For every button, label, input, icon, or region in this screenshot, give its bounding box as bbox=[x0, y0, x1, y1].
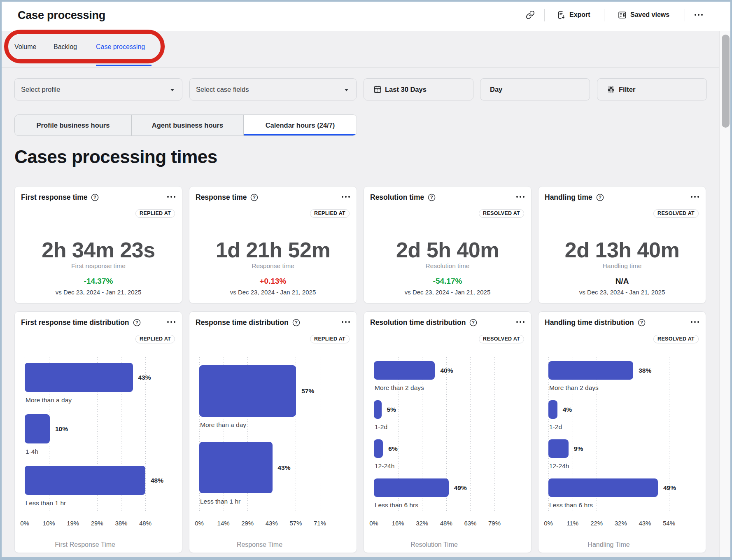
bar-value-label: 10% bbox=[55, 425, 68, 433]
x-axis-tick: 63% bbox=[464, 520, 476, 527]
svg-text:?: ? bbox=[135, 320, 138, 325]
scrollbar-track[interactable] bbox=[719, 31, 730, 557]
x-axis-tick: 79% bbox=[488, 520, 501, 527]
help-icon[interactable]: ? bbox=[250, 193, 259, 202]
x-axis-tick: 29% bbox=[91, 520, 103, 527]
filter-sliders-icon bbox=[606, 85, 615, 94]
card-menu-button[interactable] bbox=[342, 196, 350, 198]
help-icon[interactable]: ? bbox=[427, 193, 436, 202]
header-separator bbox=[544, 9, 545, 21]
bar[interactable] bbox=[374, 361, 435, 380]
kpi-comparison-period: vs Dec 23, 2024 - Jan 21, 2025 bbox=[364, 289, 531, 296]
bar[interactable] bbox=[548, 478, 658, 497]
svg-text:?: ? bbox=[640, 320, 643, 325]
business-hours-toggle: Profile business hours Agent business ho… bbox=[14, 114, 357, 136]
ellipsis-icon bbox=[167, 321, 175, 323]
tab-bar-divider bbox=[2, 67, 719, 68]
toggle-profile-business-hours[interactable]: Profile business hours bbox=[15, 115, 132, 135]
bar-category-label: 12-24h bbox=[549, 462, 569, 470]
card-menu-button[interactable] bbox=[691, 321, 699, 323]
x-axis-tick: 32% bbox=[615, 520, 627, 527]
red-highlight-annotation bbox=[4, 30, 165, 63]
help-icon[interactable]: ? bbox=[91, 193, 99, 202]
card-menu-button[interactable] bbox=[167, 196, 175, 198]
bar[interactable] bbox=[199, 365, 296, 417]
ellipsis-icon bbox=[167, 196, 175, 198]
x-axis-tick: 22% bbox=[590, 520, 603, 527]
x-axis-tick: 0% bbox=[20, 520, 29, 527]
bar[interactable] bbox=[374, 478, 449, 497]
card-menu-button[interactable] bbox=[516, 321, 525, 323]
saved-views-button[interactable]: Saved views bbox=[618, 0, 669, 30]
card-title: Response time? bbox=[196, 193, 259, 202]
bar-value-label: 40% bbox=[440, 367, 453, 374]
bar-chart: 40%More than 2 days5%1-2d6%12-24h49%Less… bbox=[374, 357, 494, 512]
kpi-delta: N/A bbox=[539, 277, 706, 286]
copy-link-button[interactable] bbox=[526, 0, 535, 30]
bar[interactable] bbox=[374, 400, 382, 419]
toggle-calendar-hours[interactable]: Calendar hours (24/7) bbox=[244, 115, 357, 135]
card-menu-button[interactable] bbox=[516, 196, 525, 198]
kpi-label: First response time bbox=[15, 262, 182, 270]
ellipsis-icon bbox=[342, 196, 350, 198]
ellipsis-icon bbox=[691, 321, 699, 323]
bar[interactable] bbox=[374, 439, 383, 458]
saved-views-icon bbox=[618, 10, 627, 20]
ellipsis-icon bbox=[516, 321, 525, 323]
bar[interactable] bbox=[25, 363, 133, 392]
card-title: Handling time? bbox=[545, 193, 604, 202]
bar-category-label: Less than 6 hrs bbox=[375, 502, 418, 509]
bar-chart: 38%More than 2 days4%1-2d9%12-24h49%Less… bbox=[548, 357, 669, 512]
bar[interactable] bbox=[25, 414, 50, 443]
kpi-comparison-period: vs Dec 23, 2024 - Jan 21, 2025 bbox=[539, 289, 706, 296]
section-title: Cases processing times bbox=[14, 147, 217, 167]
bar[interactable] bbox=[548, 361, 633, 380]
filter-button[interactable]: Filter bbox=[597, 78, 707, 100]
x-axis-tick: 19% bbox=[67, 520, 79, 527]
export-button[interactable]: Export bbox=[557, 0, 590, 30]
frame-border bbox=[0, 0, 732, 2]
kpi-delta: -54.17% bbox=[364, 277, 531, 286]
card-title: Resolution time distribution? bbox=[370, 318, 478, 327]
card-title: Resolution time? bbox=[370, 193, 436, 202]
active-tab-underline bbox=[96, 65, 152, 66]
chart-card: Handling time distribution? RESOLVED AT … bbox=[538, 311, 706, 553]
gridline bbox=[470, 357, 471, 512]
card-menu-button[interactable] bbox=[691, 196, 699, 198]
help-icon[interactable]: ? bbox=[292, 318, 301, 327]
help-icon[interactable]: ? bbox=[637, 318, 646, 327]
help-icon[interactable]: ? bbox=[469, 318, 478, 327]
card-title: Response time distribution? bbox=[196, 318, 301, 327]
toggle-agent-business-hours[interactable]: Agent business hours bbox=[132, 115, 244, 135]
kpi-label: Response time bbox=[189, 262, 357, 270]
x-axis-title: First Response Time bbox=[25, 541, 145, 548]
attribute-badge: RESOLVED AT bbox=[479, 209, 524, 218]
case-fields-select[interactable]: Select case fields bbox=[189, 78, 357, 100]
scrollbar-thumb[interactable] bbox=[722, 35, 730, 128]
card-menu-button[interactable] bbox=[167, 321, 175, 323]
kpi-value: 2h 34m 23s bbox=[15, 238, 182, 262]
ellipsis-icon bbox=[695, 14, 703, 16]
bar-value-label: 49% bbox=[454, 484, 467, 492]
bar[interactable] bbox=[199, 442, 273, 493]
bar[interactable] bbox=[548, 439, 569, 458]
link-icon bbox=[526, 10, 535, 19]
date-range-picker[interactable]: Last 30 Days bbox=[364, 78, 473, 100]
bar[interactable] bbox=[25, 466, 145, 495]
x-axis-tick: 14% bbox=[217, 520, 230, 527]
interval-select[interactable]: Day bbox=[480, 78, 590, 100]
help-icon[interactable]: ? bbox=[596, 193, 604, 202]
ellipsis-icon bbox=[516, 196, 525, 198]
kpi-comparison-period: vs Dec 23, 2024 - Jan 21, 2025 bbox=[15, 289, 182, 296]
help-icon[interactable]: ? bbox=[133, 318, 141, 327]
x-axis-tick: 0% bbox=[369, 520, 378, 527]
header-overflow-menu[interactable] bbox=[695, 0, 703, 30]
bar-value-label: 38% bbox=[639, 367, 651, 374]
calendar-icon bbox=[373, 85, 382, 94]
card-title: Handling time distribution? bbox=[545, 318, 646, 327]
card-menu-button[interactable] bbox=[342, 321, 350, 323]
bar[interactable] bbox=[548, 400, 557, 419]
profile-select[interactable]: Select profile bbox=[14, 78, 182, 100]
bar-category-label: More than a day bbox=[200, 421, 246, 429]
x-axis-tick: 10% bbox=[43, 520, 55, 527]
